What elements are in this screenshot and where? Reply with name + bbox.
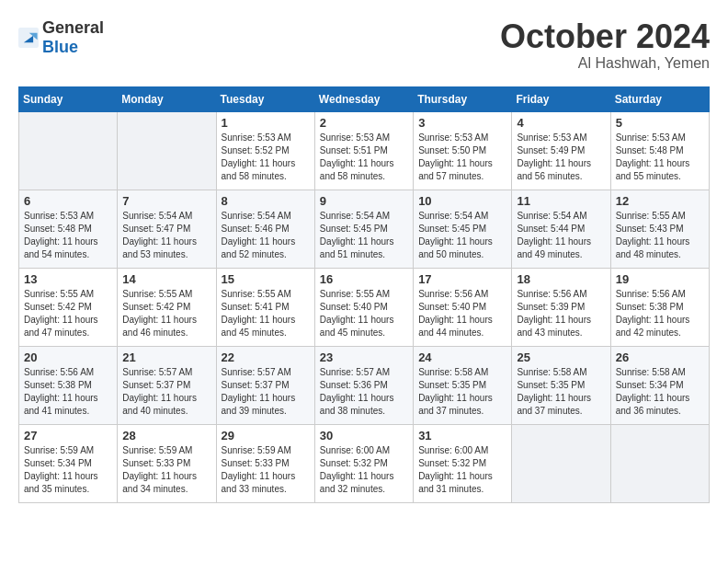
calendar-week-row: 27 Sunrise: 5:59 AM Sunset: 5:34 PM Dayl… bbox=[19, 424, 710, 502]
day-number: 19 bbox=[616, 272, 704, 286]
calendar-cell: 20 Sunrise: 5:56 AM Sunset: 5:38 PM Dayl… bbox=[19, 346, 118, 424]
title-area: October 2024 Al Hashwah, Yemen bbox=[500, 18, 710, 72]
calendar-week-row: 1 Sunrise: 5:53 AM Sunset: 5:52 PM Dayli… bbox=[19, 111, 710, 190]
day-number: 27 bbox=[24, 429, 112, 442]
weekday-header-row: SundayMondayTuesdayWednesdayThursdayFrid… bbox=[19, 86, 710, 111]
day-sunset: Sunset: 5:33 PM bbox=[222, 457, 310, 470]
day-number: 31 bbox=[418, 429, 506, 442]
day-sunset: Sunset: 5:39 PM bbox=[517, 301, 605, 314]
calendar-cell: 26 Sunrise: 5:58 AM Sunset: 5:34 PM Dayl… bbox=[610, 346, 709, 424]
day-daylight: Daylight: 11 hours and 45 minutes. bbox=[222, 314, 310, 339]
day-sunset: Sunset: 5:45 PM bbox=[320, 223, 408, 236]
day-sunrise: Sunrise: 5:53 AM bbox=[222, 132, 310, 144]
day-sunrise: Sunrise: 5:54 AM bbox=[122, 210, 210, 223]
day-sunset: Sunset: 5:35 PM bbox=[418, 379, 506, 392]
day-sunrise: Sunrise: 5:55 AM bbox=[222, 288, 310, 301]
day-sunrise: Sunrise: 5:54 AM bbox=[222, 210, 310, 223]
calendar-cell bbox=[610, 424, 709, 502]
calendar-cell: 19 Sunrise: 5:56 AM Sunset: 5:38 PM Dayl… bbox=[610, 268, 709, 346]
day-number: 5 bbox=[616, 116, 704, 130]
day-sunrise: Sunrise: 5:53 AM bbox=[517, 132, 605, 144]
calendar-cell: 30 Sunrise: 6:00 AM Sunset: 5:32 PM Dayl… bbox=[314, 424, 413, 502]
day-number: 26 bbox=[616, 350, 704, 364]
day-sunset: Sunset: 5:46 PM bbox=[222, 223, 310, 236]
day-sunset: Sunset: 5:40 PM bbox=[418, 301, 506, 314]
calendar-cell: 21 Sunrise: 5:57 AM Sunset: 5:37 PM Dayl… bbox=[118, 346, 216, 424]
day-daylight: Daylight: 11 hours and 52 minutes. bbox=[222, 236, 310, 261]
day-sunset: Sunset: 5:36 PM bbox=[320, 379, 408, 392]
day-sunrise: Sunrise: 5:58 AM bbox=[517, 366, 605, 379]
day-sunrise: Sunrise: 5:53 AM bbox=[320, 132, 408, 144]
day-sunrise: Sunrise: 6:00 AM bbox=[320, 444, 408, 457]
day-sunrise: Sunrise: 5:55 AM bbox=[24, 288, 112, 301]
calendar-cell: 1 Sunrise: 5:53 AM Sunset: 5:52 PM Dayli… bbox=[216, 111, 314, 190]
weekday-header: Wednesday bbox=[314, 86, 413, 111]
day-daylight: Daylight: 11 hours and 48 minutes. bbox=[616, 236, 704, 261]
calendar-cell: 25 Sunrise: 5:58 AM Sunset: 5:35 PM Dayl… bbox=[512, 346, 610, 424]
day-daylight: Daylight: 11 hours and 58 minutes. bbox=[222, 157, 310, 183]
day-number: 20 bbox=[24, 350, 112, 364]
day-sunset: Sunset: 5:49 PM bbox=[517, 144, 605, 157]
logo-general: General bbox=[42, 18, 104, 37]
day-sunset: Sunset: 5:48 PM bbox=[616, 144, 704, 157]
day-sunrise: Sunrise: 5:53 AM bbox=[616, 132, 704, 144]
day-sunrise: Sunrise: 5:59 AM bbox=[222, 444, 310, 457]
day-sunrise: Sunrise: 5:57 AM bbox=[222, 366, 310, 379]
day-sunset: Sunset: 5:40 PM bbox=[320, 301, 408, 314]
day-sunrise: Sunrise: 5:53 AM bbox=[24, 210, 112, 223]
calendar-cell: 24 Sunrise: 5:58 AM Sunset: 5:35 PM Dayl… bbox=[414, 346, 512, 424]
day-sunrise: Sunrise: 5:56 AM bbox=[616, 288, 704, 301]
day-sunrise: Sunrise: 5:57 AM bbox=[122, 366, 210, 379]
calendar-week-row: 6 Sunrise: 5:53 AM Sunset: 5:48 PM Dayli… bbox=[19, 190, 710, 268]
day-daylight: Daylight: 11 hours and 32 minutes. bbox=[320, 470, 408, 496]
day-sunset: Sunset: 5:34 PM bbox=[616, 379, 704, 392]
day-number: 10 bbox=[418, 194, 506, 208]
day-number: 23 bbox=[320, 350, 408, 364]
calendar-cell: 27 Sunrise: 5:59 AM Sunset: 5:34 PM Dayl… bbox=[19, 424, 118, 502]
day-number: 21 bbox=[122, 350, 210, 364]
day-number: 22 bbox=[222, 350, 310, 364]
day-daylight: Daylight: 11 hours and 45 minutes. bbox=[320, 314, 408, 339]
day-daylight: Daylight: 11 hours and 40 minutes. bbox=[122, 392, 210, 418]
day-number: 11 bbox=[517, 194, 605, 208]
day-daylight: Daylight: 11 hours and 36 minutes. bbox=[616, 392, 704, 418]
logo-icon bbox=[18, 28, 39, 48]
day-number: 14 bbox=[122, 272, 210, 286]
calendar-cell: 31 Sunrise: 6:00 AM Sunset: 5:32 PM Dayl… bbox=[414, 424, 512, 502]
day-sunrise: Sunrise: 6:00 AM bbox=[418, 444, 506, 457]
day-sunrise: Sunrise: 5:55 AM bbox=[616, 210, 704, 223]
day-sunrise: Sunrise: 5:55 AM bbox=[122, 288, 210, 301]
day-daylight: Daylight: 11 hours and 50 minutes. bbox=[418, 236, 506, 261]
day-sunrise: Sunrise: 5:54 AM bbox=[320, 210, 408, 223]
day-daylight: Daylight: 11 hours and 46 minutes. bbox=[122, 314, 210, 339]
calendar-cell: 8 Sunrise: 5:54 AM Sunset: 5:46 PM Dayli… bbox=[216, 190, 314, 268]
day-daylight: Daylight: 11 hours and 53 minutes. bbox=[122, 236, 210, 261]
day-sunrise: Sunrise: 5:54 AM bbox=[418, 210, 506, 223]
day-sunrise: Sunrise: 5:59 AM bbox=[24, 444, 112, 457]
day-number: 9 bbox=[320, 194, 408, 208]
weekday-header: Thursday bbox=[414, 86, 512, 111]
day-sunset: Sunset: 5:33 PM bbox=[122, 457, 210, 470]
day-daylight: Daylight: 11 hours and 38 minutes. bbox=[320, 392, 408, 418]
calendar-cell: 17 Sunrise: 5:56 AM Sunset: 5:40 PM Dayl… bbox=[414, 268, 512, 346]
calendar-cell: 22 Sunrise: 5:57 AM Sunset: 5:37 PM Dayl… bbox=[216, 346, 314, 424]
day-daylight: Daylight: 11 hours and 31 minutes. bbox=[418, 470, 506, 496]
calendar-cell bbox=[118, 111, 216, 190]
calendar-cell bbox=[512, 424, 610, 502]
day-sunset: Sunset: 5:41 PM bbox=[222, 301, 310, 314]
weekday-header: Saturday bbox=[610, 86, 709, 111]
day-sunset: Sunset: 5:34 PM bbox=[24, 457, 112, 470]
day-daylight: Daylight: 11 hours and 57 minutes. bbox=[418, 157, 506, 183]
calendar-week-row: 20 Sunrise: 5:56 AM Sunset: 5:38 PM Dayl… bbox=[19, 346, 710, 424]
day-number: 1 bbox=[222, 116, 310, 130]
day-sunset: Sunset: 5:43 PM bbox=[616, 223, 704, 236]
calendar-cell: 11 Sunrise: 5:54 AM Sunset: 5:44 PM Dayl… bbox=[512, 190, 610, 268]
day-daylight: Daylight: 11 hours and 49 minutes. bbox=[517, 236, 605, 261]
day-number: 18 bbox=[517, 272, 605, 286]
day-sunrise: Sunrise: 5:58 AM bbox=[418, 366, 506, 379]
day-daylight: Daylight: 11 hours and 56 minutes. bbox=[517, 157, 605, 183]
calendar-cell: 7 Sunrise: 5:54 AM Sunset: 5:47 PM Dayli… bbox=[118, 190, 216, 268]
day-number: 3 bbox=[418, 116, 506, 130]
day-sunset: Sunset: 5:32 PM bbox=[320, 457, 408, 470]
calendar-cell: 29 Sunrise: 5:59 AM Sunset: 5:33 PM Dayl… bbox=[216, 424, 314, 502]
